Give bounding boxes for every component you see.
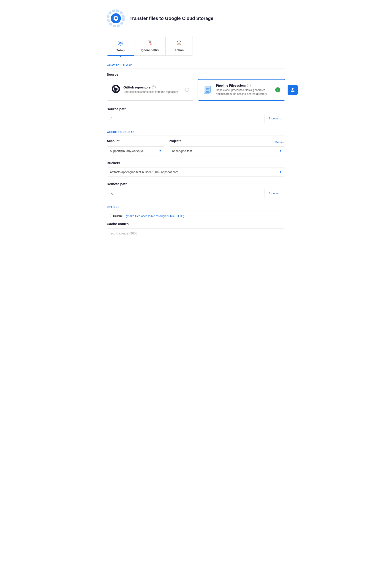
source-path-input-wrap: Browse... [107,114,285,123]
public-label: Public [113,214,123,218]
what-to-upload-header: WHAT TO UPLOAD [107,64,285,69]
account-label: Account [107,139,119,143]
projects-dropdown-arrow[interactable]: ▼ [276,147,285,155]
ignore-paths-tab-icon [147,40,153,47]
pfs-help-icon[interactable]: ? [247,84,251,87]
where-to-upload-header: WHERE TO UPLOAD [107,131,285,135]
buckets-label: Buckets [107,161,285,165]
source-label: Source [107,72,285,76]
svg-rect-3 [115,18,117,19]
tab-bar: Setup Ignore paths Action [107,37,285,56]
pfs-check: ✓ [275,87,280,92]
action-tab-icon [176,40,182,47]
svg-rect-22 [206,90,209,90]
remote-path-label: Remote path [107,182,285,186]
pfs-card-content: Pipeline Filesystem ? Repo clone, proces… [216,84,272,96]
buckets-select-wrap: artifacts.appengine-test-builder-15062.a… [107,168,285,177]
svg-point-13 [178,42,180,44]
projects-select-wrap: appengine-test ▼ [169,146,285,155]
github-card-title: GitHub repository ? [123,86,182,89]
buckets-select[interactable]: artifacts.appengine-test-builder-15062.a… [107,168,276,176]
pfs-card-title: Pipeline Filesystem ? [216,84,272,87]
page-title: Transfer files to Google Cloud Storage [130,16,213,21]
tab-action[interactable]: Action [165,37,193,56]
github-card-content: GitHub repository ? Unprocessed source f… [123,86,182,94]
what-to-upload-section: WHAT TO UPLOAD Source GitHub repository … [107,64,285,123]
pfs-card-desc: Repo clone, processed files & generated … [216,88,272,96]
account-col: Account support@buddy.works [#... ▼ [107,139,165,155]
source-cards: GitHub repository ? Unprocessed source f… [107,79,285,101]
tab-ignore-paths[interactable]: Ignore paths [134,37,165,56]
projects-col: Projects Refresh appengine-test ▼ [169,139,285,155]
options-section: OPTIONS Public (make files accessible th… [107,206,285,238]
cache-control-input-wrap [107,229,285,238]
remote-path-input-wrap: Browse... [107,189,285,198]
source-path-label: Source path [107,107,285,111]
cache-control-label: Cache control [107,222,285,226]
github-radio[interactable] [185,88,189,92]
github-icon [112,85,120,95]
upload-button[interactable] [288,85,298,95]
public-checkbox[interactable] [107,214,111,218]
source-path-input[interactable] [107,114,264,123]
github-source-card[interactable]: GitHub repository ? Unprocessed source f… [107,79,194,101]
account-select[interactable]: support@buddy.works [#... [107,147,156,155]
remote-path-browse-button[interactable]: Browse... [264,189,285,198]
public-checkbox-row: Public (make files accessible through pu… [107,214,285,218]
page-header: Transfer files to Google Cloud Storage [107,9,285,28]
source-path-browse-button[interactable]: Browse... [264,114,285,123]
pfs-source-card[interactable]: PFS Pipeline Filesystem ? Repo clone, pr… [198,79,285,101]
tab-ignore-paths-label: Ignore paths [141,48,159,52]
where-to-upload-section: WHERE TO UPLOAD Account support@buddy.wo… [107,131,285,198]
remote-path-input[interactable] [107,189,264,198]
svg-text:PFS: PFS [206,91,209,92]
account-projects-row: Account support@buddy.works [#... ▼ Proj… [107,139,285,155]
cache-control-input[interactable] [107,229,285,238]
setup-tab-icon [118,40,123,47]
tab-action-label: Action [174,48,184,52]
github-help-icon[interactable]: ? [152,86,156,89]
projects-label: Projects [169,139,181,143]
github-card-desc: Unprocessed source files from the reposi… [123,90,182,94]
app-icon-wrap [107,9,125,28]
public-hint: (make files accessible through public HT… [126,214,184,218]
svg-rect-21 [206,88,209,89]
tab-setup[interactable]: Setup [107,37,134,56]
account-select-wrap: support@buddy.works [#... ▼ [107,146,165,155]
pfs-icon: PFS [203,85,213,95]
tab-setup-label: Setup [116,49,125,52]
options-header: OPTIONS [107,206,285,210]
refresh-button[interactable]: Refresh [275,140,285,144]
svg-point-6 [120,43,121,44]
projects-select[interactable]: appengine-test [169,147,276,155]
account-dropdown-arrow[interactable]: ▼ [156,147,165,155]
svg-point-18 [112,85,120,93]
buckets-dropdown-arrow[interactable]: ▼ [276,168,285,176]
svg-rect-24 [291,90,294,92]
